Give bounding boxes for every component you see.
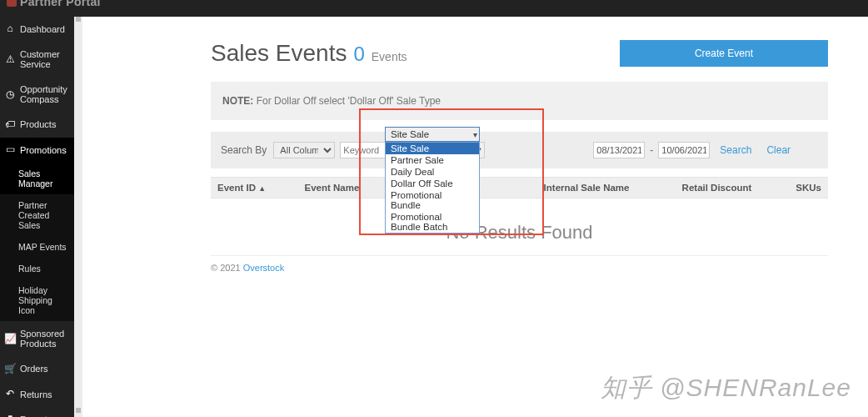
sidebar-item-label: Reports [20,414,69,417]
search-bar: Search By All Columns All Statuses - Sea… [211,132,828,168]
col-internal-sale-name[interactable]: Internal Sale Name [541,183,679,193]
brand-logo-icon [7,0,17,7]
sale-type-select[interactable]: Site Sale ▾ [385,127,480,142]
subnav-rules[interactable]: Rules [0,258,74,279]
sale-type-option[interactable]: Promotional Bundle [386,189,479,211]
promotions-subnav: Sales Manager Partner Created Sales MAP … [0,163,74,322]
sale-type-option[interactable]: Partner Sale [386,154,479,166]
chevron-down-icon: ▾ [473,130,477,139]
col-event-name[interactable]: Event Name [302,183,397,193]
subnav-partner-created-sales[interactable]: Partner Created Sales [0,194,74,236]
sidebar-item-promotions[interactable]: ▭ Promotions [0,138,74,163]
sidebar-item-reports[interactable]: ▮ Reports [0,407,74,417]
search-by-label: Search By [221,144,267,156]
subnav-map-events[interactable]: MAP Events [0,236,74,258]
sidebar-item-label: Promotions [20,145,69,155]
results-table: Event ID ▲ Event Name Start End Internal… [211,177,828,252]
search-column-select[interactable]: All Columns [273,142,335,158]
event-count: 0 [353,43,364,66]
chart-line-icon: 📈 [5,334,15,344]
money-icon: ▭ [5,145,15,155]
sidebar-item-label: Products [20,119,69,129]
brand: Partner Portal [7,0,101,8]
subnav-sales-manager[interactable]: Sales Manager [0,163,74,194]
sale-type-option[interactable]: Promotional Bundle Batch [386,211,479,233]
sidebar-item-label: Orders [20,364,69,374]
event-count-label: Events [372,50,407,63]
footer-copyright: © 2021 [211,263,243,273]
divider [211,255,828,256]
sidebar-item-sponsored-products[interactable]: 📈 Sponsored Products [0,321,74,356]
sidebar-item-label: Sponsored Products [20,329,69,349]
sale-type-option[interactable]: Dollar Off Sale [386,178,479,189]
sidebar-item-opportunity-compass[interactable]: ◷ Opportunity Compass [0,77,74,112]
page-title-text: Sales Events [211,40,347,67]
sale-type-option[interactable]: Daily Deal [386,166,479,178]
page-title: Sales Events 0 Events [211,40,407,67]
clear-button[interactable]: Clear [761,144,796,156]
footer-link[interactable]: Overstock [243,263,285,273]
brand-text: Partner Portal [20,0,101,8]
sidebar-item-label: Opportunity Compass [20,84,69,104]
subnav-holiday-shipping-icon[interactable]: Holiday Shipping Icon [0,279,74,321]
sidebar-item-label: Dashboard [20,24,69,34]
sort-asc-icon: ▲ [258,184,266,193]
sidebar-item-returns[interactable]: ↶ Returns [0,382,74,407]
col-retail-discount[interactable]: Retail Discount [679,183,793,193]
search-date-from[interactable] [593,142,645,158]
col-skus[interactable]: SKUs [792,183,825,193]
table-header: Event ID ▲ Event Name Start End Internal… [211,177,828,198]
sidebar: ⌂ Dashboard ⚠ Customer Service ◷ Opportu… [0,17,74,417]
sidebar-item-dashboard[interactable]: ⌂ Dashboard [0,17,74,42]
note-text: For Dollar Off select 'Dollar Off' Sale … [253,95,441,107]
sale-type-selected: Site Sale [391,129,429,139]
iframe-scrollbar[interactable] [74,17,82,417]
sale-type-dropdown[interactable]: Site Sale Partner Sale Daily Deal Dollar… [385,142,480,234]
sidebar-item-label: Customer Service [20,49,69,69]
content-area: Sales Events 0 Events Create Event NOTE:… [82,17,868,417]
search-button[interactable]: Search [715,144,756,156]
sidebar-item-orders[interactable]: 🛒 Orders [0,356,74,381]
sidebar-item-customer-service[interactable]: ⚠ Customer Service [0,42,74,77]
cart-icon: 🛒 [5,364,15,374]
sale-type-option[interactable]: Site Sale [386,143,479,154]
sidebar-item-label: Returns [20,389,69,399]
sidebar-item-products[interactable]: 🏷 Products [0,112,74,137]
dashboard-icon: ⌂ [5,24,15,34]
col-event-id[interactable]: Event ID ▲ [214,183,302,193]
footer: © 2021 Overstock [211,263,828,273]
no-results-message: No Results Found [211,198,828,252]
tag-icon: 🏷 [5,120,15,130]
watermark: 知乎 @SHENRanLee [601,371,851,405]
search-date-to[interactable] [658,142,710,158]
return-icon: ↶ [5,389,15,399]
note-prefix: NOTE: [222,95,253,107]
create-event-button[interactable]: Create Event [620,40,828,67]
alert-icon: ⚠ [5,54,15,64]
compass-icon: ◷ [5,89,15,99]
date-separator: - [650,144,653,156]
note-box: NOTE: For Dollar Off select 'Dollar Off'… [211,82,828,120]
